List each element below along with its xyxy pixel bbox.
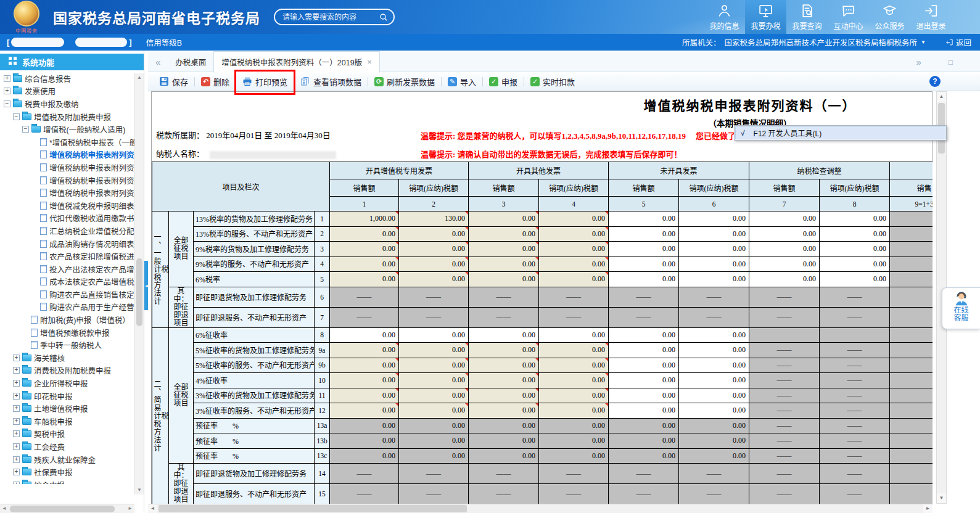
- expand-icon[interactable]: +: [13, 430, 20, 437]
- table-cell[interactable]: 0.00: [609, 211, 679, 227]
- scroll-left-icon[interactable]: ◄: [148, 504, 157, 513]
- table-cell[interactable]: 0.00: [749, 256, 820, 272]
- table-cell[interactable]: 0.00: [330, 358, 399, 373]
- tree-item[interactable]: 附加税(费)申报（增值税）: [0, 313, 144, 326]
- scroll-down-icon[interactable]: ▼: [937, 493, 946, 503]
- tree-item[interactable]: 汇总纳税企业增值税分配表: [0, 224, 144, 237]
- maximize-icon[interactable]: □: [949, 58, 953, 67]
- view-sales-data-button[interactable]: 查看销项数据: [294, 72, 368, 91]
- table-cell[interactable]: 0.00: [679, 226, 749, 242]
- expand-icon[interactable]: +: [13, 443, 20, 450]
- tree-item[interactable]: 投入产出法核定农产品增值: [0, 263, 144, 276]
- org-dropdown[interactable]: 国家税务总局郑州高新技术产业开发区税务局梧桐税务所: [725, 36, 918, 48]
- tree-item[interactable]: +海关稽核: [0, 351, 144, 364]
- table-cell[interactable]: 0.00: [749, 226, 820, 242]
- table-cell[interactable]: 0.00: [749, 211, 820, 227]
- tree-item[interactable]: 增值税纳税申报表附列资料: [0, 186, 144, 199]
- table-cell[interactable]: 0.00: [679, 388, 749, 403]
- table-cell[interactable]: 0.00: [820, 242, 890, 257]
- tree-item[interactable]: −增值税及附加税费申报: [0, 110, 144, 123]
- chevron-down-icon[interactable]: ▼: [921, 39, 926, 45]
- table-cell[interactable]: 0.00: [399, 373, 469, 388]
- collapse-icon[interactable]: −: [4, 101, 10, 107]
- table-cell[interactable]: 0.00: [749, 242, 820, 257]
- table-cell[interactable]: 130.00: [399, 211, 469, 227]
- table-cell[interactable]: 0.00: [539, 343, 609, 358]
- table-cell[interactable]: 0.00: [609, 226, 679, 242]
- expand-icon[interactable]: +: [13, 456, 20, 463]
- nav-my-info[interactable]: 我的信息: [704, 0, 745, 34]
- collapse-icon[interactable]: −: [13, 113, 20, 120]
- scroll-down-icon[interactable]: ▼: [135, 486, 144, 495]
- table-cell[interactable]: 0.00: [330, 373, 399, 388]
- expand-icon[interactable]: +: [13, 367, 20, 374]
- scrollbar-thumb[interactable]: [159, 505, 467, 512]
- table-cell[interactable]: 0.00: [679, 343, 749, 358]
- table-cell[interactable]: 0.00: [399, 242, 469, 257]
- table-cell[interactable]: 0.00: [539, 403, 609, 419]
- nav-query[interactable]: 我要查询: [786, 0, 828, 34]
- table-cell[interactable]: 0.00: [399, 343, 469, 358]
- scroll-up-icon[interactable]: ▲: [135, 73, 144, 82]
- tabs-collapse-icon[interactable]: «: [155, 57, 160, 67]
- tabs-overflow-icon[interactable]: »: [916, 57, 921, 67]
- close-icon[interactable]: ×: [367, 57, 372, 67]
- content-horizontal-scrollbar[interactable]: ◄ ►: [148, 504, 933, 513]
- table-cell[interactable]: 0.00: [820, 226, 890, 242]
- tree-item[interactable]: +印花税申报: [0, 390, 144, 403]
- table-cell[interactable]: 0.00: [399, 403, 469, 419]
- table-cell[interactable]: 0.00: [539, 256, 609, 272]
- sidebar-horizontal-scrollbar[interactable]: ◄ ►: [0, 504, 134, 513]
- table-cell[interactable]: 0.00: [330, 327, 399, 343]
- tree-item[interactable]: 增值税纳税申报表附列资料: [0, 161, 144, 174]
- table-cell[interactable]: 0.00: [609, 343, 679, 358]
- table-cell[interactable]: 0.00: [749, 272, 820, 287]
- tree-item[interactable]: +土地增值税申报: [0, 402, 144, 415]
- tree-item[interactable]: +工会经费: [0, 440, 144, 453]
- delete-button[interactable]: ↶ 删除: [195, 72, 236, 91]
- tree-item[interactable]: 购进农产品用于生产经营且: [0, 301, 144, 314]
- scroll-right-icon[interactable]: ►: [923, 504, 933, 513]
- table-cell[interactable]: 0.00: [820, 211, 890, 227]
- online-service-widget[interactable]: 在线 客服: [942, 287, 980, 329]
- table-cell[interactable]: 0.00: [330, 343, 399, 358]
- table-cell[interactable]: 0.00: [679, 256, 749, 272]
- expand-icon[interactable]: +: [13, 405, 20, 412]
- table-cell[interactable]: 0.00: [539, 272, 609, 287]
- tree-item[interactable]: +综合信息报告: [0, 72, 144, 85]
- table-cell[interactable]: 0.00: [679, 211, 749, 227]
- tree-item[interactable]: +社保费申报: [0, 466, 144, 478]
- tree-item[interactable]: +残疾人就业保障金: [0, 453, 144, 466]
- table-cell[interactable]: 0.00: [399, 358, 469, 373]
- tree-item[interactable]: *增值税纳税申报表（一般: [0, 136, 144, 149]
- expand-icon[interactable]: +: [13, 355, 20, 361]
- expand-icon[interactable]: +: [4, 75, 10, 82]
- collapse-icon[interactable]: −: [22, 126, 29, 133]
- expand-icon[interactable]: +: [13, 393, 20, 400]
- tree-item[interactable]: 农产品核定扣除增值税进项: [0, 250, 144, 263]
- import-button[interactable]: ✎ 导入: [442, 72, 482, 91]
- table-cell[interactable]: 0.00: [469, 358, 539, 373]
- tree-item[interactable]: 成品油购销存情况明细表: [0, 237, 144, 250]
- nav-do-tax[interactable]: 我要办税: [745, 0, 786, 34]
- scroll-right-icon[interactable]: ►: [126, 504, 134, 513]
- table-cell[interactable]: 0.00: [679, 373, 749, 388]
- expand-icon[interactable]: +: [13, 418, 20, 425]
- scrollbar-thumb[interactable]: [136, 258, 142, 326]
- table-cell[interactable]: 0.00: [399, 256, 469, 272]
- table-cell[interactable]: 0.00: [469, 226, 539, 242]
- table-cell[interactable]: 0.00: [539, 327, 609, 343]
- table-cell[interactable]: 0.00: [469, 373, 539, 388]
- expand-icon[interactable]: +: [13, 469, 20, 475]
- back-button[interactable]: 返回: [945, 36, 971, 48]
- expand-icon[interactable]: +: [13, 380, 20, 387]
- table-cell[interactable]: 0.00: [609, 373, 679, 388]
- search-box[interactable]: [274, 9, 395, 25]
- help-icon[interactable]: ?: [929, 76, 941, 87]
- tree-item[interactable]: −增值税(一般纳税人适用): [0, 123, 144, 136]
- search-input[interactable]: [282, 13, 379, 22]
- table-cell[interactable]: 0.00: [609, 327, 679, 343]
- table-cell[interactable]: 1,000.00: [330, 211, 399, 227]
- tree-item[interactable]: 季中转一般纳税人: [0, 339, 144, 351]
- table-cell[interactable]: 0.00: [330, 256, 399, 272]
